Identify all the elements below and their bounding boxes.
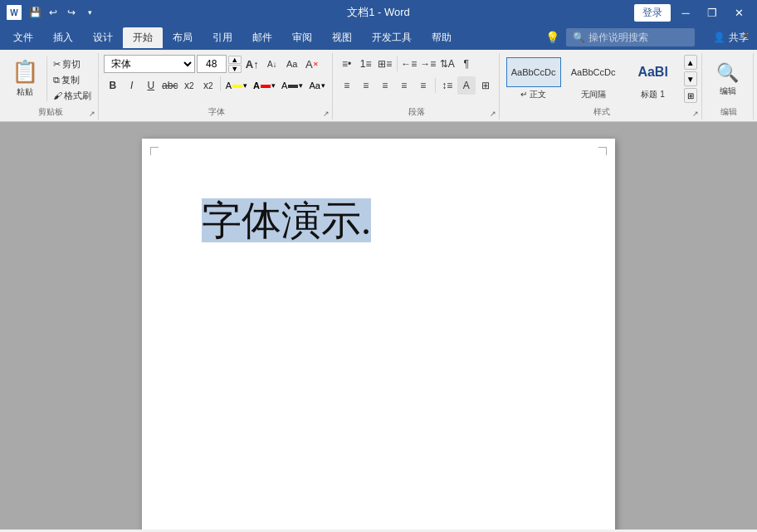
italic-button[interactable]: I: [123, 76, 141, 95]
style-item-heading1[interactable]: AaBl 标题 1: [624, 55, 682, 103]
tab-view[interactable]: 视图: [322, 27, 362, 48]
style-preview-normal: AaBbCcDc: [506, 57, 561, 87]
tab-review[interactable]: 审阅: [282, 27, 322, 48]
restore-button[interactable]: ❐: [701, 3, 724, 22]
bullet-list-button[interactable]: ≡•: [338, 55, 356, 73]
editing-group: 🔍 编辑 编辑: [704, 53, 754, 120]
paragraph-group-expand[interactable]: ↗: [489, 110, 497, 118]
minimize-button[interactable]: ─: [674, 3, 697, 22]
style-item-nospace[interactable]: AaBbCcDc 无间隔: [564, 55, 623, 103]
font-color3-dropdown[interactable]: ▾: [321, 81, 325, 90]
ribbon-collapse-button[interactable]: ▲: [739, 27, 754, 41]
increase-indent-button[interactable]: →≡: [419, 55, 437, 73]
title-bar: W 💾 ↩ ↪ ▾ 文档1 - Word 登录 ─ ❐ ✕: [0, 0, 757, 25]
search-input[interactable]: [589, 32, 688, 43]
tab-help[interactable]: 帮助: [422, 27, 462, 48]
cut-button[interactable]: ✂ 剪切: [51, 56, 94, 71]
font-group: 宋体 ▲ ▼ A↑ A↓ Aa A✕ B I U: [100, 53, 333, 120]
styles-scroll-down[interactable]: ▼: [684, 71, 697, 86]
justify-button[interactable]: ≡: [395, 76, 413, 95]
quick-access-toolbar: 💾 ↩ ↪ ▾: [27, 4, 98, 21]
borders-button[interactable]: ⊞: [476, 76, 495, 95]
search-doc-icon: 🔍: [716, 62, 739, 84]
tab-file[interactable]: 文件: [3, 27, 43, 48]
style-item-normal[interactable]: AaBbCcDc ↵ 正文: [505, 55, 563, 103]
subscript-button[interactable]: x2: [180, 76, 198, 95]
shading-button[interactable]: A: [457, 76, 476, 95]
align-center-button[interactable]: ≡: [357, 76, 375, 95]
increase-font-size-button[interactable]: A↑: [243, 55, 261, 73]
superscript-button[interactable]: x2: [199, 76, 217, 95]
increase-font-size-btn[interactable]: ▲: [228, 56, 242, 64]
line-spacing-button[interactable]: ↕≡: [438, 76, 457, 95]
font-color2-dropdown[interactable]: ▾: [299, 81, 303, 90]
style-preview-nospace: AaBbCcDc: [566, 57, 621, 87]
redo-quick-btn[interactable]: ↪: [63, 4, 80, 21]
tab-insert[interactable]: 插入: [43, 27, 83, 48]
text-highlight-button[interactable]: A ▾: [223, 76, 250, 95]
clipboard-group: 📋 粘贴 ✂ 剪切 ⧉ 复制 🖌 格式刷: [3, 53, 99, 120]
font-color2-swatch: [288, 85, 298, 88]
align-right-button[interactable]: ≡: [376, 76, 394, 95]
document-page[interactable]: 字体演示.: [142, 139, 615, 530]
bold-button[interactable]: B: [104, 76, 122, 95]
tab-references[interactable]: 引用: [203, 27, 242, 48]
font-color2-button[interactable]: A ▾: [279, 76, 305, 95]
ribbon-content: 📋 粘贴 ✂ 剪切 ⧉ 复制 🖌 格式刷: [0, 50, 757, 122]
paragraph-group: ≡• 1≡ ⊞≡ ←≡ →≡ ⇅A ¶ ≡ ≡ ≡ ≡ ≡ ↕: [335, 53, 500, 120]
window-title: 文档1 - Word: [347, 5, 410, 20]
undo-quick-btn[interactable]: ↩: [45, 4, 61, 21]
clipboard-expand[interactable]: ↗: [88, 110, 96, 118]
share-icon: 👤: [713, 32, 725, 43]
sort-button[interactable]: ⇅A: [438, 55, 457, 73]
styles-group: AaBbCcDc ↵ 正文 AaBbCcDc 无间隔 AaBl 标题 1: [501, 53, 702, 120]
change-case-button[interactable]: Aa: [283, 55, 301, 73]
save-quick-btn[interactable]: 💾: [27, 4, 43, 21]
strikethrough-button[interactable]: abc: [161, 76, 179, 95]
decrease-font-size-btn[interactable]: ▼: [228, 65, 242, 73]
format-painter-icon: 🖌: [53, 90, 62, 100]
font-color-button[interactable]: A ▾: [251, 76, 278, 95]
tab-home[interactable]: 开始: [123, 27, 163, 48]
clear-format-button[interactable]: A✕: [303, 55, 321, 73]
styles-group-expand[interactable]: ↗: [691, 110, 700, 118]
login-button[interactable]: 登录: [634, 4, 671, 22]
decrease-font-size-button[interactable]: A↓: [263, 55, 281, 73]
find-button[interactable]: 🔍 编辑: [710, 55, 746, 105]
search-area: 🔍: [566, 28, 695, 46]
quick-access-dropdown[interactable]: ▾: [81, 4, 98, 21]
decrease-indent-button[interactable]: ←≡: [400, 55, 418, 73]
distributed-button[interactable]: ≡: [414, 76, 432, 95]
style-label-heading1: 标题 1: [641, 89, 664, 100]
styles-scroll-up[interactable]: ▲: [684, 55, 697, 70]
underline-button[interactable]: U: [142, 76, 160, 95]
numbered-list-button[interactable]: 1≡: [357, 55, 375, 73]
tab-design[interactable]: 设计: [83, 27, 123, 48]
document-text[interactable]: 字体演示.: [202, 197, 555, 245]
copy-button[interactable]: ⧉ 复制: [51, 72, 94, 87]
font-color-dropdown-icon[interactable]: ▾: [271, 81, 276, 90]
format-painter-button[interactable]: 🖌 格式刷: [51, 88, 94, 103]
font-format-row: B I U abc x2 x2 A ▾ A ▾: [104, 76, 328, 95]
styles-more[interactable]: ⊞: [684, 88, 697, 103]
font-name-select[interactable]: 宋体: [104, 55, 195, 73]
style-preview-heading1: AaBl: [626, 57, 681, 87]
paste-button[interactable]: 📋 粘贴: [7, 55, 43, 101]
font-color-swatch: [261, 85, 271, 88]
show-marks-button[interactable]: ¶: [457, 55, 476, 73]
align-left-button[interactable]: ≡: [338, 76, 356, 95]
font-size-input[interactable]: [197, 55, 227, 73]
tab-layout[interactable]: 布局: [163, 27, 203, 48]
multilevel-list-button[interactable]: ⊞≡: [376, 55, 394, 73]
font-color3-button[interactable]: Aa ▾: [306, 76, 327, 95]
cut-icon: ✂: [53, 59, 61, 70]
close-button[interactable]: ✕: [727, 3, 750, 22]
tab-mailings[interactable]: 邮件: [242, 27, 282, 48]
selected-text[interactable]: 字体演示.: [202, 198, 371, 242]
highlight-dropdown-icon[interactable]: ▾: [243, 81, 247, 90]
tab-developer[interactable]: 开发工具: [362, 27, 422, 48]
style-label-normal: ↵ 正文: [520, 89, 546, 100]
paste-icon: 📋: [12, 59, 38, 85]
font-group-expand[interactable]: ↗: [322, 110, 330, 118]
paragraph-group-label: 段落: [335, 106, 499, 118]
